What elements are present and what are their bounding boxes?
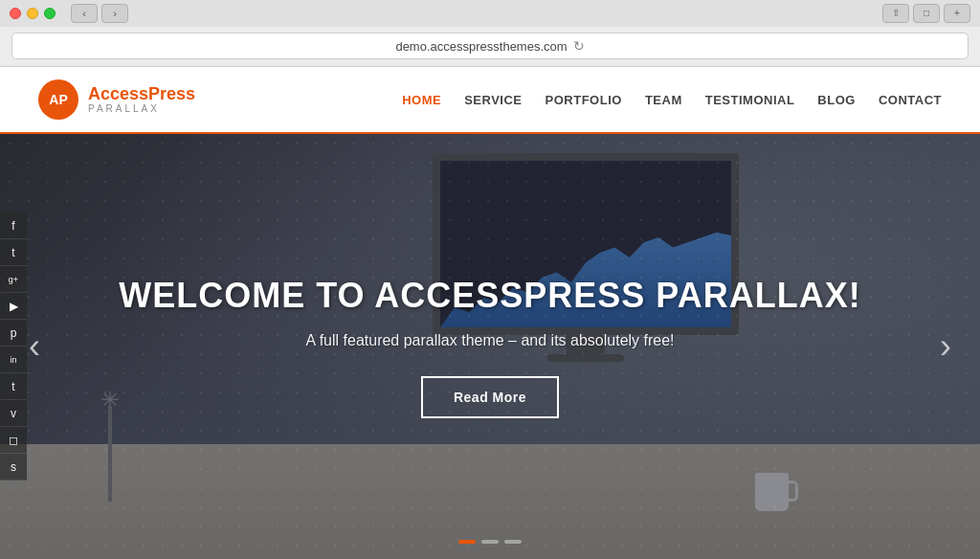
nav-testimonial[interactable]: TESTIMONIAL <box>705 93 795 107</box>
nav-home[interactable]: HOME <box>402 93 441 107</box>
back-button[interactable]: ‹ <box>71 4 98 23</box>
hero-section: ✳ f t g+ ▶ p in t v ◻ s ‹ › WELCOME TO A… <box>0 134 980 559</box>
slide-dot-1[interactable] <box>458 540 476 544</box>
social-googleplus[interactable]: g+ <box>0 266 27 293</box>
nav-blog[interactable]: BLOG <box>817 93 856 107</box>
refresh-icon[interactable]: ↻ <box>573 38 585 54</box>
website: AP AccessPress PARALLAX HOME SERVICE POR… <box>0 67 980 559</box>
social-instagram[interactable]: ◻ <box>0 427 27 454</box>
social-tumblr[interactable]: t <box>0 373 27 400</box>
address-bar-row: demo.accesspressthemes.com ↻ <box>0 27 980 66</box>
browser-chrome: ‹ › ⇧ □ + demo.accesspressthemes.com ↻ <box>0 0 980 67</box>
logo-area[interactable]: AP AccessPress PARALLAX <box>38 79 195 120</box>
forward-button[interactable]: › <box>101 4 128 23</box>
slide-dot-3[interactable] <box>504 540 522 544</box>
logo-icon: AP <box>38 79 78 120</box>
hero-content: WELCOME TO ACCESSPRESS PARALLAX! A full … <box>100 275 880 417</box>
share-button[interactable]: ⇧ <box>882 4 909 23</box>
logo-text: AccessPress PARALLAX <box>88 85 195 115</box>
social-facebook[interactable]: f <box>0 212 27 239</box>
logo-tagline: PARALLAX <box>88 103 195 114</box>
nav-portfolio[interactable]: PORTFOLIO <box>546 93 622 107</box>
close-button[interactable] <box>10 8 21 19</box>
social-pinterest[interactable]: p <box>0 320 27 347</box>
title-bar: ‹ › ⇧ □ + <box>0 0 980 27</box>
slider-next-button[interactable]: › <box>940 326 951 367</box>
social-twitter[interactable]: t <box>0 239 27 266</box>
social-youtube[interactable]: ▶ <box>0 293 27 320</box>
logo-name: AccessPress <box>88 85 195 104</box>
address-bar[interactable]: demo.accesspressthemes.com ↻ <box>11 33 969 59</box>
site-header: AP AccessPress PARALLAX HOME SERVICE POR… <box>0 67 980 134</box>
add-tab-button[interactable]: + <box>944 4 970 23</box>
social-vimeo[interactable]: v <box>0 400 27 427</box>
nav-service[interactable]: SERVICE <box>464 93 522 107</box>
new-tab-button[interactable]: □ <box>913 4 940 23</box>
url-text: demo.accesspressthemes.com <box>395 39 567 54</box>
minimize-button[interactable] <box>27 8 38 19</box>
slide-dot-2[interactable] <box>481 540 499 544</box>
nav-team[interactable]: TEAM <box>645 93 682 107</box>
hero-subtitle: A full featured parallax theme – and its… <box>119 332 860 349</box>
site-nav: HOME SERVICE PORTFOLIO TEAM TESTIMONIAL … <box>402 93 942 107</box>
slider-prev-button[interactable]: ‹ <box>29 326 40 367</box>
nav-contact[interactable]: CONTACT <box>879 93 942 107</box>
read-more-button[interactable]: Read More <box>421 376 559 418</box>
social-skype[interactable]: s <box>0 454 27 481</box>
maximize-button[interactable] <box>44 8 56 19</box>
social-sidebar: f t g+ ▶ p in t v ◻ s <box>0 212 27 481</box>
slider-dots <box>458 540 522 544</box>
hero-title: WELCOME TO ACCESSPRESS PARALLAX! <box>119 275 860 316</box>
social-linkedin[interactable]: in <box>0 347 27 373</box>
